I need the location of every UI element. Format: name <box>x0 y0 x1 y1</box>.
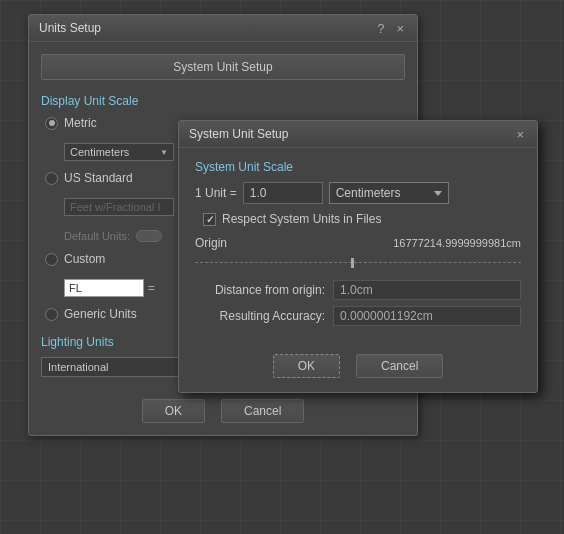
metric-radio[interactable] <box>45 117 58 130</box>
su-dropdown-arrow-icon <box>434 191 442 196</box>
equals-sign: = <box>148 281 155 295</box>
su-distance-label: Distance from origin: <box>195 283 325 297</box>
close-button[interactable]: × <box>393 22 407 35</box>
su-unit-value-input[interactable] <box>243 182 323 204</box>
generic-radio[interactable] <box>45 308 58 321</box>
us-standard-radio[interactable] <box>45 172 58 185</box>
custom-input[interactable] <box>64 279 144 297</box>
display-unit-scale-label: Display Unit Scale <box>41 94 405 108</box>
default-units-toggle[interactable] <box>136 230 162 242</box>
su-accuracy-label: Resulting Accuracy: <box>195 309 325 323</box>
su-ok-button[interactable]: OK <box>273 354 340 378</box>
us-standard-dropdown[interactable]: Feet w/Fractional I <box>64 198 174 216</box>
su-origin-label: Origin <box>195 236 227 250</box>
titlebar-controls: ? × <box>374 22 407 35</box>
metric-label: Metric <box>64 116 97 130</box>
help-button[interactable]: ? <box>374 22 387 35</box>
su-slider-row <box>195 256 521 270</box>
su-unit-row: 1 Unit = Centimeters <box>195 182 521 204</box>
default-units-label: Default Units: <box>64 230 130 242</box>
su-checkbox-label: Respect System Units in Files <box>222 212 381 226</box>
su-unit-dropdown[interactable]: Centimeters <box>329 182 449 204</box>
units-setup-titlebar: Units Setup ? × <box>29 15 417 42</box>
su-close-button[interactable]: × <box>513 128 527 141</box>
system-unit-setup-button[interactable]: System Unit Setup <box>41 54 405 80</box>
units-setup-ok-button[interactable]: OK <box>142 399 205 423</box>
custom-radio[interactable] <box>45 253 58 266</box>
su-checkbox-row: ✓ Respect System Units in Files <box>203 212 521 226</box>
metric-dropdown[interactable]: Centimeters ▼ <box>64 143 174 161</box>
su-unit-equals: 1 Unit = <box>195 186 237 200</box>
generic-units-label: Generic Units <box>64 307 137 321</box>
us-standard-dropdown-value: Feet w/Fractional I <box>70 201 160 213</box>
units-setup-title: Units Setup <box>39 21 101 35</box>
lighting-dropdown-value: International <box>48 361 109 373</box>
su-slider-thumb[interactable] <box>351 258 354 268</box>
su-checkbox-check: ✓ <box>206 214 214 225</box>
su-origin-row: Origin 16777214.9999999981cm <box>195 236 521 250</box>
su-titlebar: System Unit Setup × <box>179 121 537 148</box>
su-accuracy-value: 0.0000001192cm <box>333 306 521 326</box>
su-accuracy-row: Resulting Accuracy: 0.0000001192cm <box>195 306 521 326</box>
us-standard-label: US Standard <box>64 171 133 185</box>
su-distance-value: 1.0cm <box>333 280 521 300</box>
su-slider-track <box>195 262 521 263</box>
su-footer: OK Cancel <box>179 344 537 392</box>
su-respect-checkbox[interactable]: ✓ <box>203 213 216 226</box>
su-unit-dropdown-value: Centimeters <box>336 186 401 200</box>
system-unit-setup-dialog: System Unit Setup × System Unit Scale 1 … <box>178 120 538 393</box>
units-setup-cancel-button[interactable]: Cancel <box>221 399 304 423</box>
units-setup-footer: OK Cancel <box>29 389 417 435</box>
metric-dropdown-arrow: ▼ <box>160 148 168 157</box>
su-scale-label: System Unit Scale <box>195 160 521 174</box>
su-title: System Unit Setup <box>189 127 288 141</box>
custom-label: Custom <box>64 252 105 266</box>
su-cancel-button[interactable]: Cancel <box>356 354 443 378</box>
su-origin-value: 16777214.9999999981cm <box>393 237 521 249</box>
su-body: System Unit Scale 1 Unit = Centimeters ✓… <box>179 148 537 344</box>
su-distance-row: Distance from origin: 1.0cm <box>195 280 521 300</box>
metric-dropdown-value: Centimeters <box>70 146 129 158</box>
